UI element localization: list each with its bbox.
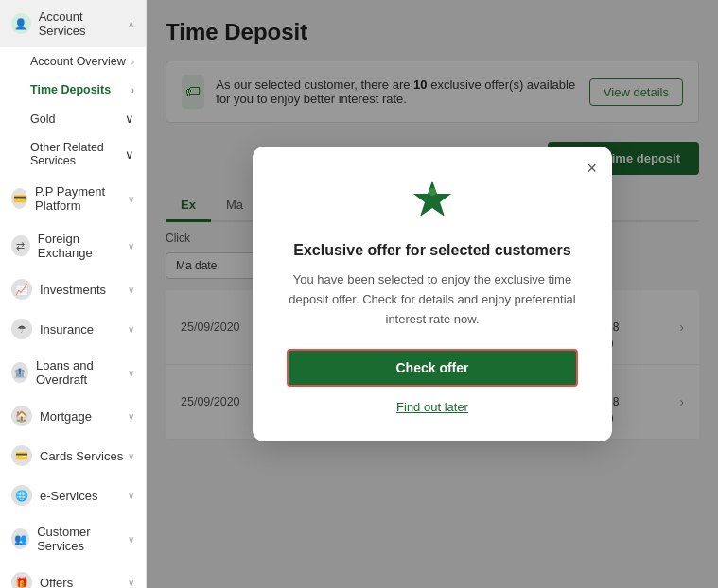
chevron-down-icon: ∨ [128,285,134,295]
find-out-later-button[interactable]: Find out later [396,400,468,414]
chevron-down-icon: ∨ [128,194,134,204]
modal-close-button[interactable]: × [587,160,597,177]
sidebar-item-label: P.P Payment Platform [35,184,128,213]
sidebar-item-foreign-exchange[interactable]: ⇄ Foreign Exchange ∨ [0,222,146,269]
sidebar-item-insurance[interactable]: ☂ Insurance ∨ [0,309,146,349]
sidebar-item-label: Loans and Overdraft [36,358,128,387]
pp-payment-icon: 💳 [11,188,27,209]
sidebar-item-mortgage[interactable]: 🏠 Mortgage ∨ [0,396,146,436]
check-offer-button[interactable]: Check offer [287,349,578,387]
sidebar-item-cards[interactable]: 💳 Cards Services ∨ [0,436,146,476]
sidebar-item-label: Offers [40,576,73,589]
chevron-up-icon: ∧ [128,19,134,29]
chevron-down-icon: ∨ [128,534,134,545]
sidebar-item-label: Investments [40,283,106,297]
sidebar-item-investments[interactable]: 📈 Investments ∨ [0,269,146,309]
loans-icon: 🏦 [11,362,28,383]
chevron-right-icon: › [131,85,134,95]
sidebar-item-label: Insurance [40,322,94,337]
foreign-exchange-icon: ⇄ [11,235,30,256]
modal-overlay: × Exclusive offer for selected customers… [147,0,718,588]
chevron-down-icon: ∨ [128,368,134,378]
sidebar-item-account-services[interactable]: 👤 Account Services ∧ [0,0,146,47]
star-icon [287,177,578,231]
sidebar-item-eservices[interactable]: 🌐 e-Services ∨ [0,476,146,515]
chevron-down-icon: ∨ [128,451,134,461]
modal-description: You have been selected to enjoy the excl… [287,270,578,329]
sidebar-item-loans[interactable]: 🏦 Loans and Overdraft ∨ [0,349,146,396]
customer-icon: 👥 [11,528,29,549]
sidebar-item-other-related[interactable]: Other Related Services ∨ [19,133,146,175]
sidebar-item-time-deposits[interactable]: Time Deposits › [19,76,146,104]
sidebar-item-label: e-Services [40,489,97,503]
account-services-submenu: Account Overview › Time Deposits › Gold … [0,47,146,175]
sidebar-item-pp-payment[interactable]: 💳 P.P Payment Platform ∨ [0,175,146,222]
chevron-down-icon: ∨ [128,578,134,588]
account-services-icon: 👤 [11,13,31,34]
offers-icon: 🎁 [11,572,32,588]
mortgage-icon: 🏠 [11,406,32,426]
sidebar-item-account-overview[interactable]: Account Overview › [19,47,146,76]
svg-marker-0 [413,181,451,216]
sidebar-item-customer[interactable]: 👥 Customer Services ∨ [0,515,146,562]
chevron-down-icon: ∨ [125,112,134,126]
chevron-down-icon: ∨ [128,241,134,251]
sidebar-item-label: Mortgage [40,409,92,424]
insurance-icon: ☂ [11,319,32,339]
sidebar-sub-label: Other Related Services [30,141,125,167]
sidebar-item-offers[interactable]: 🎁 Offers ∨ [0,562,146,588]
modal: × Exclusive offer for selected customers… [253,147,612,441]
sidebar-item-label: Foreign Exchange [38,232,128,260]
sidebar-item-label: Account Services [39,9,128,38]
sidebar-sub-label: Gold [30,112,55,126]
chevron-down-icon: ∨ [125,147,134,162]
sidebar-item-gold[interactable]: Gold ∨ [19,104,146,133]
chevron-down-icon: ∨ [128,491,134,501]
sidebar-sub-label: Account Overview [30,55,126,68]
main-content: Time Deposit 🏷 As our selected customer,… [147,0,718,588]
chevron-down-icon: ∨ [128,324,134,335]
investments-icon: 📈 [11,279,32,300]
sidebar-sub-label: Time Deposits [30,83,111,96]
svg-point-1 [429,188,436,196]
sidebar: 👤 Account Services ∧ Account Overview › … [0,0,147,588]
modal-title: Exclusive offer for selected customers [287,242,578,259]
eservices-icon: 🌐 [11,485,32,506]
sidebar-item-label: Customer Services [37,525,128,553]
sidebar-item-label: Cards Services [40,449,123,463]
cards-icon: 💳 [11,445,32,466]
chevron-right-icon: › [131,57,134,67]
chevron-down-icon: ∨ [128,411,134,422]
